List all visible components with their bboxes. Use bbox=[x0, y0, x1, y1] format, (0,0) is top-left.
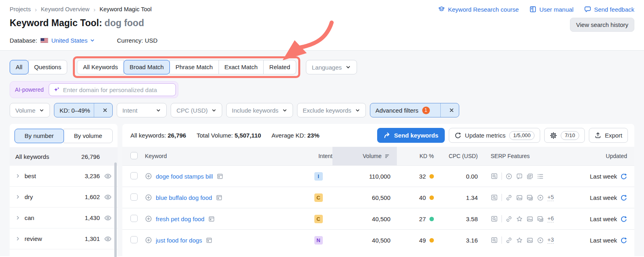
column-kd[interactable]: KD % bbox=[397, 153, 437, 159]
kd-level-dot bbox=[429, 238, 434, 243]
filter-include-keywords[interactable]: Include keywords bbox=[226, 103, 293, 117]
hide-group-eye-icon[interactable] bbox=[104, 172, 112, 180]
export-icon bbox=[594, 132, 601, 139]
row-checkbox[interactable] bbox=[130, 236, 138, 243]
filter-cpc[interactable]: CPC (USD) bbox=[171, 103, 222, 117]
languages-dropdown[interactable]: Languages bbox=[306, 60, 357, 74]
keyword-research-course-link[interactable]: Keyword Research course bbox=[438, 6, 519, 13]
chevron-right-icon[interactable] bbox=[15, 236, 21, 241]
row-checkbox[interactable] bbox=[130, 172, 138, 179]
add-keyword-icon[interactable] bbox=[145, 194, 152, 201]
database-selector[interactable]: United States bbox=[51, 37, 95, 44]
keyword-group-row[interactable]: review 1,301 bbox=[10, 228, 118, 249]
keyword-link[interactable]: blue buffalo dog food bbox=[156, 194, 212, 201]
domain-input[interactable] bbox=[63, 86, 171, 93]
serp-more-count[interactable]: +3 bbox=[547, 236, 554, 244]
refresh-row-icon[interactable] bbox=[620, 173, 627, 180]
intent-badge-navigational[interactable]: N bbox=[314, 236, 323, 245]
export-button[interactable]: Export bbox=[589, 128, 628, 143]
feedback-icon bbox=[584, 6, 591, 13]
user-manual-link[interactable]: User manual bbox=[529, 6, 574, 13]
serp-preview-icon[interactable] bbox=[491, 236, 498, 244]
send-feedback-link[interactable]: Send feedback bbox=[584, 6, 634, 13]
filter-exclude-keywords[interactable]: Exclude keywords bbox=[297, 103, 366, 117]
row-checkbox[interactable] bbox=[130, 215, 138, 222]
updated-value: Last week bbox=[590, 237, 617, 244]
serp-snapshot-icon[interactable] bbox=[206, 237, 213, 244]
sidebar-scrollbar[interactable] bbox=[114, 162, 117, 257]
keyword-group-row[interactable]: best 3,236 bbox=[10, 166, 118, 187]
keyword-link[interactable]: just food for dogs bbox=[156, 237, 202, 244]
volume-value: 40,500 bbox=[332, 216, 397, 222]
keyword-group-row[interactable]: can 1,430 bbox=[10, 208, 118, 228]
link-icon bbox=[506, 216, 512, 222]
tab-related[interactable]: Related bbox=[263, 60, 296, 74]
filter-label: Intent bbox=[122, 107, 138, 114]
serp-more-count[interactable]: +6 bbox=[547, 215, 554, 222]
intent-badge-informational[interactable]: I bbox=[314, 172, 323, 181]
select-all-checkbox[interactable] bbox=[130, 152, 138, 159]
cpc-value: 1.34 bbox=[437, 194, 483, 201]
keyword-group-row[interactable]: dry 1,602 bbox=[10, 187, 118, 208]
add-keyword-icon[interactable] bbox=[145, 173, 152, 180]
keyword-link[interactable]: fresh pet dog food bbox=[156, 216, 204, 222]
tab-broad-match[interactable]: Broad Match bbox=[124, 60, 170, 74]
serp-more-count[interactable]: +5 bbox=[547, 194, 554, 201]
send-keywords-button[interactable]: Send keywords bbox=[377, 128, 445, 143]
tab-all[interactable]: All bbox=[10, 60, 29, 74]
chevron-right-icon[interactable] bbox=[15, 194, 21, 199]
tab-all-keywords[interactable]: All Keywords bbox=[77, 60, 124, 74]
kd-level-dot bbox=[429, 217, 434, 221]
updated-value: Last week bbox=[590, 194, 617, 201]
column-cpc[interactable]: CPC (USD) bbox=[437, 153, 483, 159]
breadcrumb-separator: › bbox=[93, 6, 95, 13]
keyword-link[interactable]: doge food stamps bill bbox=[156, 173, 213, 180]
filter-intent[interactable]: Intent bbox=[117, 103, 167, 117]
refresh-row-icon[interactable] bbox=[620, 237, 627, 244]
tab-questions[interactable]: Questions bbox=[28, 60, 68, 74]
filter-kd[interactable]: KD: 0–49% bbox=[54, 103, 113, 117]
tab-by-number[interactable]: By number bbox=[14, 129, 64, 143]
intent-badge-commercial[interactable]: C bbox=[314, 215, 323, 223]
volume-value: 110,000 bbox=[332, 173, 397, 180]
tab-exact-match[interactable]: Exact Match bbox=[219, 60, 264, 74]
column-volume[interactable]: Volume bbox=[332, 147, 397, 165]
column-intent[interactable]: Intent bbox=[304, 153, 332, 159]
breadcrumb-keyword-overview[interactable]: Keyword Overview bbox=[41, 6, 89, 12]
column-updated[interactable]: Updated bbox=[578, 153, 634, 159]
refresh-row-icon[interactable] bbox=[620, 216, 627, 222]
serp-preview-icon[interactable] bbox=[491, 215, 498, 222]
row-checkbox[interactable] bbox=[130, 193, 138, 201]
tab-phrase-match[interactable]: Phrase Match bbox=[169, 60, 219, 74]
clear-kd-filter-icon[interactable] bbox=[98, 107, 112, 113]
column-keyword[interactable]: Keyword bbox=[145, 153, 304, 159]
hide-group-eye-icon[interactable] bbox=[104, 214, 112, 222]
chevron-right-icon[interactable] bbox=[15, 215, 21, 220]
intent-badge-commercial[interactable]: C bbox=[314, 193, 323, 202]
breadcrumb-current: Keyword Magic Tool bbox=[99, 6, 152, 12]
chevron-right-icon[interactable] bbox=[15, 173, 21, 179]
view-search-history-button[interactable]: View search history bbox=[570, 18, 634, 32]
hide-group-eye-icon[interactable] bbox=[104, 235, 112, 243]
serp-snapshot-icon[interactable] bbox=[208, 216, 215, 222]
column-serp-features[interactable]: SERP Features bbox=[483, 153, 578, 159]
add-keyword-icon[interactable] bbox=[145, 236, 152, 244]
refresh-row-icon[interactable] bbox=[620, 194, 627, 201]
add-keyword-icon[interactable] bbox=[145, 215, 152, 222]
divider bbox=[502, 215, 502, 222]
star-icon bbox=[516, 216, 523, 222]
serp-snapshot-icon[interactable] bbox=[217, 173, 223, 180]
clear-advanced-filters-icon[interactable] bbox=[444, 107, 459, 113]
columns-settings-button[interactable]: 7/10 bbox=[544, 128, 584, 143]
hide-group-eye-icon[interactable] bbox=[104, 193, 112, 201]
all-keywords-group[interactable]: All keywords 26,796 bbox=[10, 147, 118, 166]
filter-advanced[interactable]: Advanced filters 1 bbox=[370, 103, 459, 117]
tab-by-volume[interactable]: By volume bbox=[64, 129, 113, 143]
serp-preview-icon[interactable] bbox=[491, 194, 498, 201]
updated-value: Last week bbox=[590, 216, 617, 222]
filter-volume[interactable]: Volume bbox=[10, 103, 50, 117]
update-metrics-button[interactable]: Update metrics 1/5,000 bbox=[449, 128, 540, 143]
breadcrumb-projects[interactable]: Projects bbox=[10, 6, 31, 12]
serp-preview-icon[interactable] bbox=[491, 173, 498, 180]
serp-snapshot-icon[interactable] bbox=[216, 194, 223, 201]
